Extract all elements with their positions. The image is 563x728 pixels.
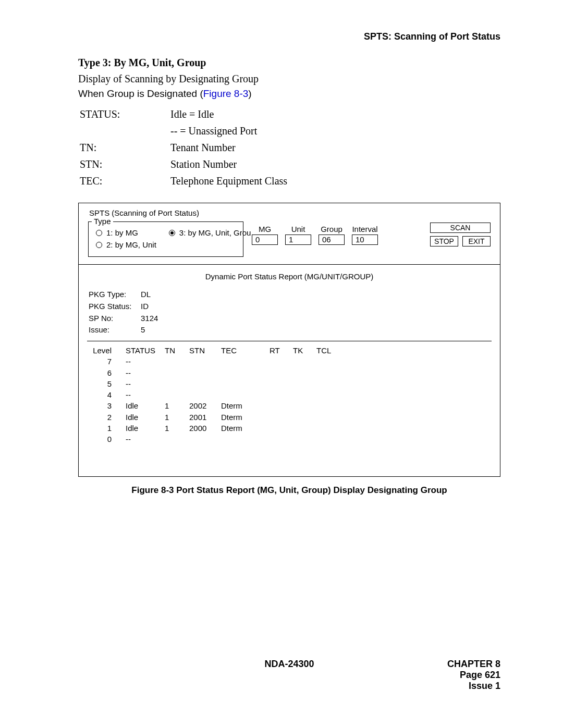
radio-by-mg-unit-group[interactable]: 3: by MG, Unit, Grou <box>169 228 251 237</box>
def-value: Idle = Idle <box>170 108 288 124</box>
definitions-table: STATUS:Idle = Idle -- = Unassigned Port … <box>78 107 289 191</box>
page-footer: NDA-24300 CHAPTER 8 Page 621 Issue 1 <box>78 659 500 692</box>
radio-label: 3: by MG, Unit, Grou <box>179 228 251 237</box>
group-label: Group <box>321 225 342 233</box>
section-title: Type 3: By MG, Unit, Group <box>78 57 500 69</box>
unit-input[interactable]: 1 <box>285 235 311 245</box>
table-header-row: Level STATUS TN STN TEC RT TK TCL <box>88 346 345 355</box>
section-line2-suffix: ) <box>248 88 251 99</box>
pkg-type-value: DL <box>140 289 158 300</box>
table-row: 6-- <box>88 368 345 378</box>
window-title: SPTS (Scanning of Port Status) <box>89 208 491 217</box>
def-label: STN: <box>79 158 169 174</box>
def-value: Tenant Number <box>170 141 288 157</box>
interval-label: Interval <box>352 225 377 233</box>
table-row: 4-- <box>88 390 345 400</box>
page-header-right: SPTS: Scanning of Port Status <box>78 31 500 42</box>
pkg-status-value: ID <box>140 301 158 312</box>
def-row: -- = Unassigned Port <box>79 125 288 140</box>
sp-no-value: 3124 <box>140 313 158 324</box>
section-line2: When Group is Designated (Figure 8-3) <box>78 88 500 100</box>
def-value: -- = Unassigned Port <box>170 125 288 140</box>
pkg-type-label: PKG Type: <box>88 289 139 300</box>
def-row: STATUS:Idle = Idle <box>79 108 288 124</box>
radio-by-mg[interactable]: 1: by MG <box>96 228 156 237</box>
table-row: 3Idle12002Dterm <box>88 401 345 411</box>
spts-window-top: SPTS (Scanning of Port Status) Type 1: b… <box>79 203 500 265</box>
def-label: TN: <box>79 141 169 157</box>
numeric-fields: MG 0 Unit 1 Group 06 Interval 10 <box>252 225 378 245</box>
footer-page: Page 621 <box>447 670 500 681</box>
stop-button[interactable]: STOP <box>430 236 458 246</box>
radio-by-mg-unit[interactable]: 2: by MG, Unit <box>96 240 156 249</box>
col-status: STATUS <box>125 346 163 355</box>
col-tn: TN <box>164 346 188 355</box>
def-label <box>79 125 169 140</box>
pkg-status-label: PKG Status: <box>88 301 139 312</box>
def-label: STATUS: <box>79 108 169 124</box>
radio-label: 2: by MG, Unit <box>106 240 156 249</box>
issue-label: Issue: <box>88 325 139 336</box>
report-panel: Dynamic Port Status Report (MG/UNIT/GROU… <box>79 265 500 476</box>
table-row: 0-- <box>88 434 345 444</box>
mg-field: MG 0 <box>252 225 278 245</box>
def-value: Station Number <box>170 158 288 174</box>
table-row: 5-- <box>88 379 345 389</box>
exit-button[interactable]: EXIT <box>462 236 491 246</box>
mg-input[interactable]: 0 <box>252 235 278 245</box>
footer-issue: Issue 1 <box>447 681 500 692</box>
figure-caption: Figure 8-3 Port Status Report (MG, Unit,… <box>78 485 500 496</box>
table-row: 2Idle12001Dterm <box>88 412 345 422</box>
interval-field: Interval 10 <box>352 225 378 245</box>
col-tec: TEC <box>221 346 268 355</box>
interval-input[interactable]: 10 <box>352 235 378 245</box>
unit-field: Unit 1 <box>285 225 311 245</box>
footer-doc-number: NDA-24300 <box>78 659 500 670</box>
col-tk: TK <box>292 346 315 355</box>
radio-icon <box>96 242 102 248</box>
col-stn: STN <box>189 346 219 355</box>
section-line2-prefix: When Group is Designated ( <box>78 88 203 99</box>
type-fieldset: Type 1: by MG 2: by MG, Unit <box>88 221 243 257</box>
scan-button[interactable]: SCAN <box>430 223 491 233</box>
button-column: SCAN STOP EXIT <box>430 223 491 246</box>
report-divider <box>87 341 492 341</box>
type-legend: Type <box>92 217 113 226</box>
col-tcl: TCL <box>316 346 345 355</box>
radio-icon <box>169 230 175 236</box>
sp-no-label: SP No: <box>88 313 139 324</box>
report-title: Dynamic Port Status Report (MG/UNIT/GROU… <box>87 272 492 281</box>
footer-chapter: CHAPTER 8 <box>447 659 500 670</box>
table-row: 1Idle12000Dterm <box>88 423 345 433</box>
mg-label: MG <box>259 225 271 233</box>
report-meta: PKG Type:DL PKG Status:ID SP No:3124 Iss… <box>87 288 160 337</box>
unit-label: Unit <box>291 225 305 233</box>
radio-label: 1: by MG <box>106 228 138 237</box>
spts-window: SPTS (Scanning of Port Status) Type 1: b… <box>78 203 500 477</box>
radio-icon <box>96 230 102 236</box>
def-row: TN:Tenant Number <box>79 141 288 157</box>
def-row: STN:Station Number <box>79 158 288 174</box>
port-status-table: Level STATUS TN STN TEC RT TK TCL 7-- 6-… <box>87 344 346 445</box>
col-rt: RT <box>269 346 291 355</box>
table-row: 7-- <box>88 356 345 366</box>
def-row: TEC:Telephone Equipment Class <box>79 175 288 190</box>
group-field: Group 06 <box>319 225 345 245</box>
section-line1: Display of Scanning by Designating Group <box>78 73 500 85</box>
def-label: TEC: <box>79 175 169 190</box>
issue-value: 5 <box>140 325 158 336</box>
def-value: Telephone Equipment Class <box>170 175 288 190</box>
group-input[interactable]: 06 <box>319 235 345 245</box>
col-level: Level <box>88 346 124 355</box>
figure-link[interactable]: Figure 8-3 <box>203 88 249 99</box>
